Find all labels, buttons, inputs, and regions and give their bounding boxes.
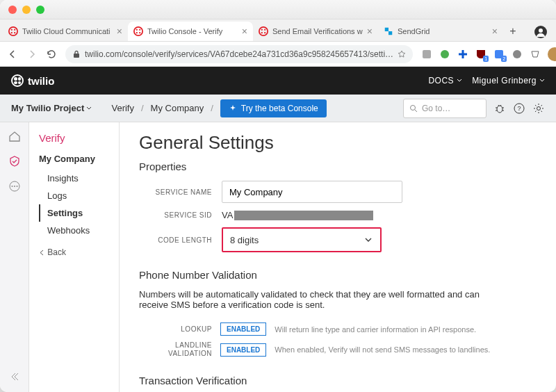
- search-placeholder: Go to…: [422, 104, 450, 113]
- search-icon: [409, 104, 418, 113]
- collapse-rail-icon[interactable]: [8, 370, 22, 384]
- verify-icon[interactable]: [8, 154, 22, 168]
- svg-point-21: [441, 50, 449, 58]
- home-icon[interactable]: [8, 129, 22, 143]
- phone-validation-heading: Phone Number Validation: [139, 269, 537, 281]
- extension-icon[interactable]: 2: [493, 49, 505, 60]
- close-tab-icon[interactable]: ×: [367, 26, 373, 37]
- lock-icon: [72, 50, 81, 58]
- reload-button[interactable]: [46, 48, 57, 60]
- chevron-down-icon: [85, 105, 92, 112]
- sidebar-item-settings[interactable]: Settings: [39, 204, 119, 222]
- browser-tab[interactable]: Twilio Console - Verify ×: [128, 22, 253, 41]
- macos-titlebar: [0, 0, 556, 19]
- code-length-value: 8 digits: [230, 235, 259, 245]
- sidebar-item-webhooks[interactable]: Webhooks: [39, 222, 119, 239]
- star-icon[interactable]: [398, 50, 406, 58]
- close-tab-icon[interactable]: ×: [242, 26, 247, 37]
- try-beta-button[interactable]: Try the beta Console: [220, 99, 327, 117]
- sidebar-service-heading[interactable]: My Company: [39, 154, 119, 164]
- extension-icon[interactable]: [530, 49, 541, 60]
- project-switcher[interactable]: My Twilio Project: [11, 103, 92, 113]
- user-menu[interactable]: Miguel Grinberg: [472, 76, 545, 85]
- page-title: General Settings: [139, 132, 537, 154]
- extension-icon[interactable]: [421, 49, 432, 60]
- sidebar-list: Insights Logs Settings Webhooks: [39, 170, 119, 239]
- more-icon[interactable]: [8, 179, 22, 193]
- sidebar-item-insights[interactable]: Insights: [39, 170, 119, 187]
- maximize-window-button[interactable]: [36, 6, 44, 14]
- browser-tab[interactable]: Twilio Cloud Communicati ×: [3, 22, 128, 41]
- breadcrumb-separator: [99, 103, 104, 113]
- forward-button[interactable]: [26, 48, 38, 60]
- extension-icon[interactable]: [512, 49, 523, 60]
- url-text: twilio.com/console/verify/services/VA67d…: [85, 49, 393, 59]
- svg-point-8: [136, 32, 138, 33]
- help-icon[interactable]: ?: [513, 102, 525, 115]
- svg-point-11: [261, 29, 263, 31]
- breadcrumb-separator: /: [141, 103, 144, 113]
- close-tab-icon[interactable]: ×: [117, 26, 122, 37]
- svg-point-25: [497, 106, 502, 113]
- twilio-logo[interactable]: twilio: [11, 74, 54, 87]
- browser-tab[interactable]: SendGrid ×: [378, 22, 503, 41]
- sid-redacted: [234, 211, 373, 220]
- service-sid-label: SERVICE SID: [139, 211, 212, 219]
- minimize-window-button[interactable]: [22, 6, 31, 14]
- sidebar-item-logs[interactable]: Logs: [39, 187, 119, 204]
- tab-title: Send Email Verifications w: [272, 27, 363, 35]
- back-button[interactable]: [7, 48, 18, 60]
- service-name-input[interactable]: [222, 181, 402, 203]
- extensions-row: 1 2: [421, 47, 556, 61]
- service-sid-value: VA: [222, 210, 373, 220]
- chrome-profile-avatar[interactable]: [548, 47, 556, 61]
- debug-icon[interactable]: [493, 102, 506, 115]
- browser-addressbar: twilio.com/console/verify/services/VA67d…: [0, 42, 556, 67]
- lookup-label: LOOKUP: [139, 325, 212, 334]
- svg-point-2: [14, 29, 15, 31]
- close-tab-icon[interactable]: ×: [492, 26, 498, 37]
- chevron-down-icon: [539, 78, 545, 83]
- breadcrumb-link[interactable]: My Company: [151, 103, 204, 113]
- lookup-toggle[interactable]: ENABLED: [220, 322, 266, 336]
- tab-title: SendGrid: [398, 27, 488, 35]
- svg-point-31: [14, 186, 15, 187]
- sidebar: Verify My Company Insights Logs Settings…: [29, 122, 120, 392]
- sidebar-title[interactable]: Verify: [39, 132, 119, 144]
- sidebar-back[interactable]: Back: [39, 247, 119, 257]
- twilio-favicon-icon: [259, 26, 268, 36]
- breadcrumb-link[interactable]: Verify: [111, 103, 134, 113]
- profile-menu-icon[interactable]: [528, 25, 553, 41]
- ublock-extension-icon[interactable]: 1: [475, 49, 486, 60]
- beta-button-label: Try the beta Console: [241, 104, 318, 113]
- twilio-topbar: twilio DOCS Miguel Grinberg: [0, 67, 556, 95]
- service-name-label: SERVICE NAME: [139, 188, 212, 196]
- url-input[interactable]: twilio.com/console/verify/services/VA67d…: [65, 45, 413, 63]
- svg-point-32: [16, 186, 17, 187]
- gear-icon[interactable]: [532, 102, 545, 115]
- transaction-verification-heading: Transaction Verification: [139, 375, 537, 386]
- tab-title: Twilio Console - Verify: [147, 27, 238, 35]
- properties-heading: Properties: [139, 161, 537, 172]
- extension-icon[interactable]: [457, 49, 468, 60]
- code-length-select[interactable]: 8 digits: [222, 227, 382, 252]
- svg-rect-15: [385, 28, 389, 31]
- back-label: Back: [47, 247, 66, 257]
- user-name: Miguel Grinberg: [472, 76, 537, 85]
- svg-rect-20: [423, 50, 431, 58]
- svg-point-0: [9, 27, 17, 35]
- landline-toggle[interactable]: ENABLED: [220, 343, 266, 357]
- svg-point-14: [264, 32, 265, 33]
- sparkle-icon: [229, 104, 237, 113]
- goto-search[interactable]: Go to…: [403, 99, 486, 118]
- extension-icon[interactable]: [439, 49, 450, 60]
- svg-rect-16: [389, 31, 392, 35]
- new-tab-button[interactable]: +: [503, 22, 523, 41]
- close-window-button[interactable]: [8, 6, 17, 14]
- browser-tab[interactable]: Send Email Verifications w ×: [253, 22, 378, 41]
- svg-point-18: [539, 28, 543, 33]
- svg-point-9: [139, 32, 140, 33]
- svg-point-7: [139, 29, 140, 31]
- svg-rect-19: [74, 54, 79, 58]
- docs-link[interactable]: DOCS: [428, 76, 462, 85]
